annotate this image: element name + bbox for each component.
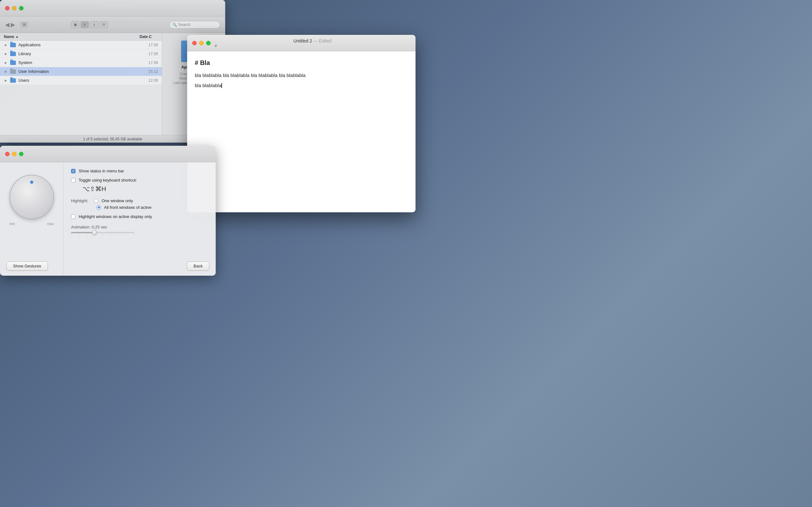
textedit-paragraph-1: bla blablabla bla blablabla bla blablabl… bbox=[195, 72, 408, 79]
textedit-close-button[interactable] bbox=[192, 41, 197, 45]
toggle-shortcut-row: Toggle using keyboard shortcut: bbox=[71, 178, 208, 182]
textedit-titlebar: Untitled 2 — Edited ∨ bbox=[187, 35, 415, 51]
knob-min-label: min bbox=[9, 222, 15, 226]
textedit-window-title: Untitled 2 — Edited ∨ bbox=[214, 38, 410, 48]
knob-indicator-dot bbox=[30, 181, 33, 184]
textedit-maximize-button[interactable] bbox=[206, 41, 211, 45]
tick bbox=[118, 234, 119, 235]
tick bbox=[79, 234, 79, 235]
folder-icon-applications bbox=[10, 43, 16, 47]
prefs-maximize-button[interactable] bbox=[19, 152, 23, 156]
textedit-minimize-button[interactable] bbox=[199, 41, 204, 45]
finder-maximize-button[interactable] bbox=[19, 6, 23, 10]
one-window-label: One window only bbox=[101, 199, 133, 203]
textedit-traffic-lights bbox=[192, 41, 211, 45]
prefs-titlebar bbox=[0, 146, 216, 162]
finder-minimize-button[interactable] bbox=[12, 6, 16, 10]
row-date-library: 17.09 bbox=[148, 52, 158, 56]
folder-icon-users bbox=[10, 78, 16, 83]
knob-max-label: max bbox=[47, 222, 54, 226]
finder-close-button[interactable] bbox=[5, 6, 9, 10]
one-window-radio[interactable] bbox=[94, 199, 98, 203]
prefs-knob-labels: min max bbox=[9, 222, 54, 226]
show-status-label: Show status in menu bar bbox=[79, 169, 124, 173]
all-front-windows-row: All front windows of active bbox=[96, 205, 208, 210]
folder-icon-system bbox=[10, 60, 16, 65]
expand-icon[interactable]: ▶ bbox=[4, 43, 8, 47]
textedit-paragraph-2: bla blablabla bbox=[195, 82, 408, 89]
finder-gallery-view-button[interactable]: ⊡ bbox=[100, 21, 108, 28]
finder-row-user-information[interactable]: ▶ User Information 25.12 bbox=[0, 67, 162, 76]
finder-date-column-header: Date C bbox=[140, 35, 152, 39]
show-status-checkbox[interactable] bbox=[71, 169, 75, 173]
finder-row-applications[interactable]: ▶ Applications 17.09 bbox=[0, 41, 162, 49]
row-name-user-information: User Information bbox=[18, 69, 146, 74]
finder-row-users[interactable]: ▶ Users 12.09 bbox=[0, 76, 162, 85]
expand-icon[interactable]: ▶ bbox=[4, 70, 8, 73]
animation-section: Animation: 0,25 sec bbox=[71, 225, 208, 235]
prefs-body: min max Show status in menu bar Toggle u… bbox=[0, 162, 216, 276]
prefs-knob-container bbox=[9, 175, 54, 219]
tick bbox=[126, 234, 126, 235]
animation-slider-fill bbox=[71, 232, 93, 233]
row-name-system: System bbox=[18, 60, 146, 65]
finder-icon-view-button[interactable]: ▦ bbox=[71, 21, 79, 28]
tick bbox=[87, 234, 87, 235]
slider-ticks bbox=[71, 234, 135, 235]
prefs-buttons: Show Gestures Back bbox=[0, 262, 216, 271]
highlight-active-display-row: Highlight windows on active display only bbox=[71, 214, 208, 219]
folder-icon-library bbox=[10, 52, 16, 56]
tick bbox=[103, 234, 103, 235]
sort-arrow-icon: ▲ bbox=[15, 35, 19, 38]
finder-view-buttons: ▦ ≡ ⫿ ⊡ bbox=[71, 21, 108, 28]
expand-icon[interactable]: ▶ bbox=[4, 78, 8, 82]
row-date-users: 12.09 bbox=[148, 78, 158, 83]
finder-row-library[interactable]: ▶ Library 17.09 bbox=[0, 49, 162, 58]
row-name-library: Library bbox=[18, 51, 146, 56]
chevron-down-icon: ∨ bbox=[214, 43, 217, 48]
highlight-label: Highlight: bbox=[71, 199, 88, 203]
prefs-right-panel: Show status in menu bar Toggle using key… bbox=[63, 162, 216, 276]
all-front-windows-radio[interactable] bbox=[96, 205, 101, 210]
finder-file-list: Name ▲ Date C ▶ Applications 17.09 ▶ Lib… bbox=[0, 33, 162, 143]
prefs-close-button[interactable] bbox=[5, 152, 9, 156]
finder-search-bar[interactable]: 🔍 Search bbox=[169, 21, 220, 29]
search-icon: 🔍 bbox=[172, 22, 177, 27]
finder-list-view-button[interactable]: ≡ bbox=[81, 21, 89, 28]
textedit-title-dropdown[interactable]: ∨ bbox=[214, 43, 410, 48]
text-cursor bbox=[221, 83, 222, 88]
shortcut-display: ⌥⇧⌘H bbox=[83, 185, 106, 192]
show-gestures-button[interactable]: Show Gestures bbox=[6, 262, 48, 271]
tick bbox=[71, 234, 71, 235]
shortcut-display-row: ⌥⇧⌘H bbox=[79, 185, 208, 193]
prefs-knob[interactable] bbox=[9, 175, 54, 219]
animation-slider-thumb[interactable] bbox=[92, 230, 97, 235]
finder-name-column-header: Name bbox=[4, 35, 14, 39]
finder-toolbar: ◀ ▶ ⊞ ▦ ≡ ⫿ ⊡ 🔍 Search bbox=[0, 16, 225, 33]
highlight-label-row: Highlight: One window only bbox=[71, 199, 208, 203]
back-button[interactable]: Back bbox=[187, 262, 209, 271]
show-status-row: Show status in menu bar bbox=[71, 169, 208, 173]
prefs-left-panel: min max bbox=[0, 162, 63, 276]
row-date-system: 17.09 bbox=[148, 60, 158, 65]
expand-icon[interactable]: ▶ bbox=[4, 61, 8, 65]
expand-icon[interactable]: ▶ bbox=[4, 52, 8, 56]
toggle-shortcut-checkbox[interactable] bbox=[71, 178, 75, 182]
row-date-applications: 17.09 bbox=[148, 43, 158, 47]
row-date-user-information: 25.12 bbox=[148, 69, 158, 74]
prefs-minimize-button[interactable] bbox=[12, 152, 16, 156]
folder-icon-user-information bbox=[10, 69, 16, 74]
finder-list: ▶ Applications 17.09 ▶ Library 17.09 ▶ S… bbox=[0, 41, 162, 85]
finder-column-view-button[interactable]: ⫿ bbox=[90, 21, 98, 28]
all-front-windows-label: All front windows of active bbox=[104, 205, 152, 210]
row-name-applications: Applications bbox=[18, 43, 146, 47]
highlight-active-display-label: Highlight windows on active display only bbox=[79, 214, 152, 219]
prefs-window: min max Show status in menu bar Toggle u… bbox=[0, 146, 216, 276]
finder-row-system[interactable]: ▶ System 17.09 bbox=[0, 58, 162, 67]
finder-search-placeholder: Search bbox=[178, 22, 190, 27]
prefs-traffic-lights bbox=[5, 152, 23, 156]
highlight-active-display-checkbox[interactable] bbox=[71, 215, 75, 219]
animation-slider-track bbox=[71, 232, 135, 233]
textedit-content-area[interactable]: # Bla bla blablabla bla blablabla bla bl… bbox=[187, 51, 415, 212]
finder-column-header: Name ▲ Date C bbox=[0, 33, 162, 41]
